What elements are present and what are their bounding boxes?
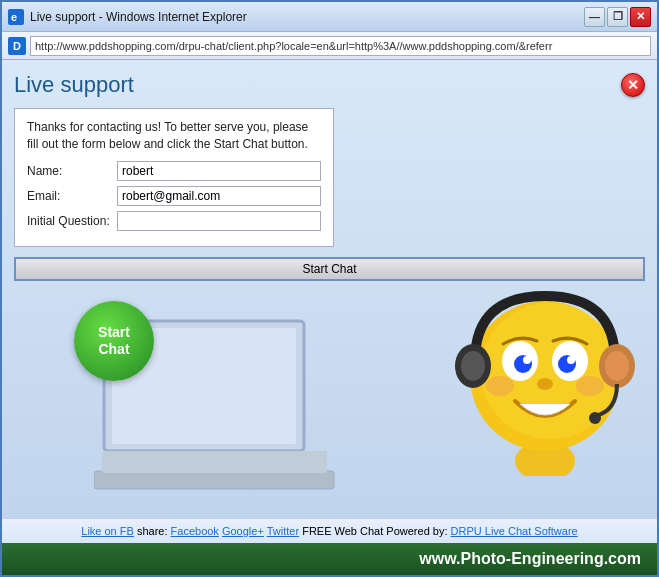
svg-rect-5	[102, 451, 327, 473]
restore-button[interactable]: ❐	[607, 7, 628, 27]
svg-point-21	[486, 376, 514, 396]
email-input[interactable]	[117, 186, 321, 206]
page-title: Live support	[14, 72, 134, 98]
contact-form: Thanks for contacting us! To better serv…	[14, 108, 334, 247]
like-fb-link[interactable]: Like on FB	[81, 525, 134, 537]
address-input[interactable]	[30, 36, 651, 56]
svg-point-15	[537, 378, 553, 390]
close-panel-button[interactable]: ✕	[621, 73, 645, 97]
content-area: Live support ✕ Thanks for contacting us!…	[2, 60, 657, 518]
circle-label: Start Chat	[98, 324, 130, 358]
brand-bar: www.Photo-Engineering.com	[2, 543, 657, 575]
page-icon: D	[8, 37, 26, 55]
title-bar: e Live support - Windows Internet Explor…	[2, 2, 657, 32]
name-input[interactable]	[117, 161, 321, 181]
address-bar: D	[2, 32, 657, 60]
brand-text: www.Photo-Engineering.com	[419, 550, 641, 568]
email-label: Email:	[27, 189, 117, 203]
email-row: Email:	[27, 186, 321, 206]
svg-point-19	[605, 351, 629, 381]
svg-point-22	[576, 376, 604, 396]
footer: Like on FB share: Facebook Google+ Twitt…	[2, 518, 657, 543]
question-row: Initial Question:	[27, 211, 321, 231]
name-label: Name:	[27, 164, 117, 178]
page-header: Live support ✕	[14, 72, 645, 98]
footer-text: Like on FB share: Facebook Google+ Twitt…	[81, 525, 577, 537]
illustration-area: Start Chat	[14, 291, 645, 506]
question-label: Initial Question:	[27, 214, 117, 228]
share-label: share:	[137, 525, 168, 537]
svg-text:e: e	[11, 11, 17, 23]
svg-point-20	[589, 412, 601, 424]
browser-window: e Live support - Windows Internet Explor…	[0, 0, 659, 577]
window-controls: — ❐ ✕	[584, 7, 651, 27]
window-title: Live support - Windows Internet Explorer	[30, 10, 578, 24]
form-intro-text: Thanks for contacting us! To better serv…	[27, 119, 321, 153]
googleplus-link[interactable]: Google+	[222, 525, 264, 537]
svg-point-13	[523, 356, 531, 364]
name-row: Name:	[27, 161, 321, 181]
emoji-illustration	[455, 276, 635, 476]
question-input[interactable]	[117, 211, 321, 231]
svg-rect-4	[94, 471, 334, 489]
twitter-link[interactable]: Twitter	[267, 525, 299, 537]
svg-point-17	[461, 351, 485, 381]
drpu-link[interactable]: DRPU Live Chat Software	[451, 525, 578, 537]
svg-point-14	[567, 356, 575, 364]
minimize-button[interactable]: —	[584, 7, 605, 27]
close-window-button[interactable]: ✕	[630, 7, 651, 27]
free-label: FREE Web Chat Powered by:	[302, 525, 447, 537]
facebook-link[interactable]: Facebook	[171, 525, 219, 537]
start-chat-circle[interactable]: Start Chat	[74, 301, 154, 381]
browser-icon: e	[8, 9, 24, 25]
